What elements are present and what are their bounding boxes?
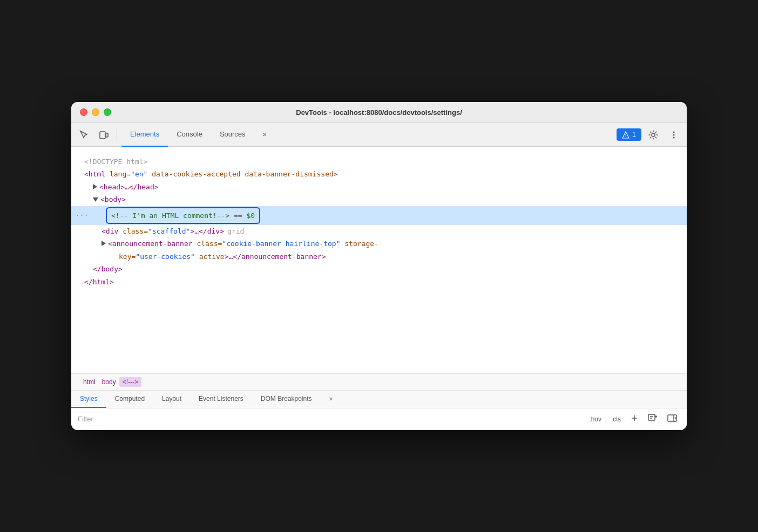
filter-placeholder: Filter xyxy=(78,415,581,423)
head-collapsed-line[interactable]: <head>…</head> xyxy=(84,181,674,193)
body-open-tag[interactable]: <body> xyxy=(84,193,674,206)
tab-sources[interactable]: Sources xyxy=(211,123,254,147)
toolbar-right: ! 1 xyxy=(617,126,682,144)
elements-panel-content: <!DOCTYPE html> <html lang="en" data-coo… xyxy=(71,147,687,373)
style-tab-dom-breakpoints[interactable]: DOM Breakpoints xyxy=(252,391,321,408)
style-tab-computed[interactable]: Computed xyxy=(106,391,153,408)
body-expand-triangle[interactable] xyxy=(93,197,98,202)
div-scaffold-line[interactable]: <div class="scaffold">…</div>grid xyxy=(84,225,674,237)
toggle-sidebar-button[interactable] xyxy=(664,413,680,425)
svg-point-5 xyxy=(673,134,675,135)
main-tabs: Elements Console Sources » xyxy=(121,123,614,147)
styles-panel: Styles Computed Layout Event Listeners D… xyxy=(71,391,687,430)
more-options-button[interactable] xyxy=(665,126,682,144)
maximize-button[interactable] xyxy=(104,108,111,116)
body-close-tag: </body> xyxy=(84,263,674,275)
toolbar-divider xyxy=(117,128,117,141)
filter-actions: :hov .cls xyxy=(586,413,680,425)
hov-button[interactable]: :hov xyxy=(586,414,605,424)
styles-tabs: Styles Computed Layout Event Listeners D… xyxy=(71,391,687,408)
breadcrumb-comment[interactable]: <!---> xyxy=(119,377,141,387)
breadcrumb-bar: html body <!---> xyxy=(71,373,687,391)
announcement-expand-triangle[interactable] xyxy=(101,241,106,246)
inspect-element-button[interactable] xyxy=(76,126,93,144)
head-expand-triangle[interactable] xyxy=(93,184,97,189)
html-close-tag: </html> xyxy=(84,276,674,288)
devtools-window: DevTools - localhost:8080/docs/devtools/… xyxy=(71,102,687,430)
doctype-line: <!DOCTYPE html> xyxy=(84,155,674,168)
svg-rect-1 xyxy=(106,133,108,137)
svg-point-6 xyxy=(673,137,675,138)
dots-indicator: ··· xyxy=(76,209,88,222)
tab-elements[interactable]: Elements xyxy=(121,123,168,147)
svg-point-4 xyxy=(673,131,675,133)
traffic-lights xyxy=(80,108,111,116)
filter-bar: Filter :hov .cls xyxy=(71,408,687,430)
cls-button[interactable]: .cls xyxy=(608,414,624,424)
devtools-toolbar: Elements Console Sources » ! 1 xyxy=(71,123,687,147)
device-toolbar-button[interactable] xyxy=(95,126,112,144)
new-style-rule-button[interactable] xyxy=(645,413,661,425)
svg-rect-0 xyxy=(100,132,105,139)
announcement-banner-line[interactable]: <announcement-banner class="cookie-banne… xyxy=(84,237,674,250)
tab-console[interactable]: Console xyxy=(168,123,211,147)
add-style-rule-button[interactable] xyxy=(627,413,641,425)
settings-button[interactable] xyxy=(645,126,662,144)
minimize-button[interactable] xyxy=(92,108,99,116)
window-title: DevTools - localhost:8080/docs/devtools/… xyxy=(296,108,462,117)
title-bar: DevTools - localhost:8080/docs/devtools/… xyxy=(71,102,687,123)
html-open-tag[interactable]: <html lang="en" data-cookies-accepted da… xyxy=(84,168,674,180)
svg-point-3 xyxy=(652,133,655,137)
svg-text:!: ! xyxy=(625,134,626,138)
close-button[interactable] xyxy=(80,108,87,116)
announcement-banner-line2[interactable]: key="user-cookies" active>…</announcemen… xyxy=(84,250,674,263)
svg-rect-14 xyxy=(668,415,676,421)
style-tab-event-listeners[interactable]: Event Listeners xyxy=(190,391,252,408)
tab-more[interactable]: » xyxy=(254,123,275,147)
style-tab-layout[interactable]: Layout xyxy=(153,391,190,408)
breadcrumb-body[interactable]: body xyxy=(99,377,119,387)
style-tab-more[interactable]: » xyxy=(321,391,342,408)
breadcrumb-html[interactable]: html xyxy=(80,377,99,387)
issues-badge-button[interactable]: ! 1 xyxy=(617,128,641,141)
selected-comment-row[interactable]: ··· <!-- I'm an HTML comment!--> == $0 xyxy=(71,206,687,225)
svg-rect-9 xyxy=(648,414,655,420)
highlighted-comment-node: <!-- I'm an HTML comment!--> == $0 xyxy=(106,207,260,224)
style-tab-styles[interactable]: Styles xyxy=(71,391,106,408)
